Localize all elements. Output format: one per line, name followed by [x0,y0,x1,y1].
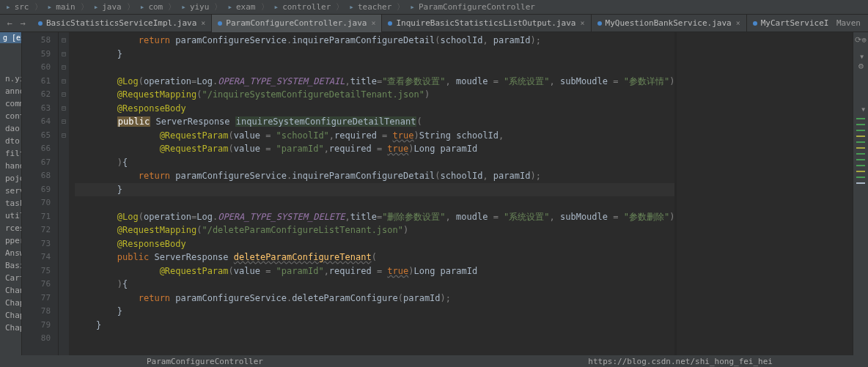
mark-warn[interactable] [856,147,865,149]
mark-ok[interactable] [856,124,865,125]
settings-icon[interactable]: ⚙ [858,61,864,71]
sidebar-item[interactable]: dao [0,122,21,135]
mark-ok[interactable] [856,177,865,178]
sidebar-item[interactable]: CartMapper.xml [0,272,21,284]
sidebar-item[interactable]: task [0,197,21,210]
refresh-icon[interactable]: ⟳ [855,35,861,45]
close-icon[interactable]: × [736,19,740,27]
sidebar-item[interactable]: BasicStatisticsMapper.xi [0,259,21,272]
fold-toggle[interactable]: ⊟ [59,102,69,116]
fold-toggle[interactable]: ⊟ [59,88,69,102]
sidebar-item[interactable]: ppers [0,234,21,247]
breadcrumb-item[interactable]: ▸exam [226,2,257,12]
sidebar-item[interactable]: AnswerQuestionMapper.xn [0,247,21,259]
editor-tab[interactable]: BasicStatisticsServiceImpl.java× [32,15,212,32]
close-icon[interactable]: × [580,19,584,27]
project-sidebar: g [exam] D:\yiyu\exam\br... n.yiyu.exama… [0,32,22,355]
status-watermark: https://blog.csdn.net/shi_hong_fei_hei [588,357,773,366]
sidebar-item[interactable]: ChapterPaperMapper.xml [0,322,21,334]
mark-ok[interactable] [856,141,865,143]
mark-ok[interactable] [856,159,865,160]
file-type-icon [597,21,602,26]
right-toolbar: ⟳ ⊕ ▼ ⚙ ▼ [853,32,868,355]
breadcrumb-item[interactable]: ▸ParamConfigureController [408,2,537,12]
fold-toggle[interactable]: ⊟ [59,115,69,129]
breadcrumb-item[interactable]: ▸java [92,2,123,12]
fold-column[interactable]: ⊟⊟⊟⊟⊟⊟⊟⊟ [59,32,69,355]
breadcrumb: ▸src〉▸main〉▸java〉▸com〉▸yiyu〉▸exam〉▸contr… [0,0,868,15]
sidebar-item[interactable]: ChapterPaperChannelType [0,309,21,322]
file-type-icon [753,21,757,26]
fold-toggle[interactable]: ⊟ [59,129,69,143]
error-stripe[interactable]: ▼ [853,74,868,184]
sidebar-item[interactable]: annotation [0,85,21,97]
target-icon[interactable]: ⊕ [861,35,867,45]
collapse-icon[interactable]: ▼ [860,53,864,60]
line-gutter: 5859606162636465666768697071727374757677… [22,32,59,355]
editor-tab[interactable]: InquireBasicStatisticsListOutput.java× [382,15,591,32]
mark-ok[interactable] [856,130,865,131]
file-type-icon [388,21,392,26]
fold-toggle[interactable]: ⊟ [59,48,69,62]
sidebar-item[interactable]: ChannelTypeMapper.xml [0,284,21,297]
nav-back-icon[interactable]: ← [3,18,16,29]
file-type-icon [38,21,43,26]
sidebar-item[interactable]: service [0,185,21,197]
sidebar-item[interactable]: dto [0,135,21,147]
mark-ok[interactable] [856,165,865,166]
mark-ok[interactable] [856,153,865,155]
mark-ok[interactable] [856,118,865,119]
editor-tab[interactable]: MyQuestionBankService.java× [592,15,747,32]
sidebar-item[interactable]: util [0,210,21,222]
sidebar-item[interactable]: filter [0,147,21,160]
close-icon[interactable]: × [371,19,375,27]
tabs: BasicStatisticsServiceImpl.java×ParamCon… [32,15,829,32]
editor-tab[interactable]: MyCartServiceImpl.java× [747,15,829,32]
breadcrumb-item[interactable]: ▸src [4,2,31,12]
code-content[interactable]: return paramConfigureService.inquirePara… [69,32,674,355]
status-bar: ParamConfigureController https://blog.cs… [0,355,868,367]
status-class-name: ParamConfigureController [147,357,263,366]
sidebar-header: g [exam] D:\yiyu\exam\br... [0,32,21,43]
breadcrumb-item[interactable]: ▸com [139,2,165,12]
sidebar-item[interactable]: ChapterAnswerQuestionMa [0,297,21,309]
fold-toggle[interactable]: ⊟ [59,34,69,48]
sidebar-item[interactable]: handle [0,160,21,172]
sidebar-item[interactable]: controller [0,110,21,122]
sidebar-item[interactable]: n.yiyu.exam [0,73,21,85]
mark-caret[interactable] [856,182,865,184]
file-type-icon [218,21,222,26]
breadcrumb-item[interactable]: ▸controller [273,2,333,12]
editor-tabs-bar: ← → BasicStatisticsServiceImpl.java×Para… [0,15,868,32]
maven-panel-toggle[interactable]: Maven [829,18,868,28]
fold-toggle[interactable]: ⊟ [59,75,69,89]
close-icon[interactable]: × [201,19,205,27]
mark-warn[interactable] [856,136,865,137]
fold-toggle[interactable]: ⊟ [59,61,69,75]
breadcrumb-item[interactable]: ▸yiyu [180,2,210,12]
sidebar-item[interactable]: common [0,97,21,110]
breadcrumb-item[interactable]: ▸main [46,2,77,12]
split-pane-empty [677,32,853,355]
sidebar-item[interactable]: pojo [0,172,21,185]
sidebar-item[interactable]: rces [0,222,21,234]
editor-tab[interactable]: ParamConfigureController.java× [212,15,382,32]
editor-area[interactable]: 5859606162636465666768697071727374757677… [22,32,853,355]
breadcrumb-item[interactable]: ▸teacher [347,2,393,12]
nav-forward-icon[interactable]: → [16,18,29,29]
mark-warn[interactable] [856,171,865,172]
